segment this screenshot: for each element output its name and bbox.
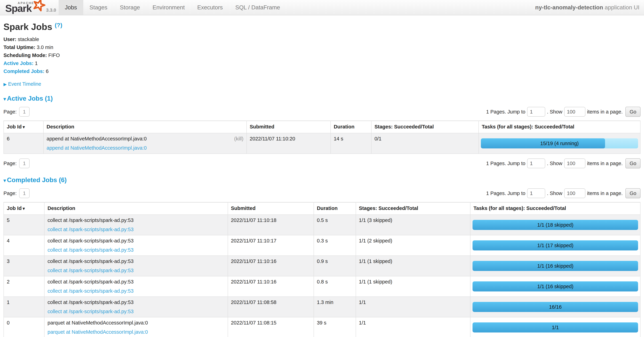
- job-detail-link[interactable]: parquet at NativeMethodAccessorImpl.java…: [48, 329, 224, 335]
- summary-active-jobs: Active Jobs: 1: [4, 60, 640, 66]
- jump-to-page-input[interactable]: [527, 188, 545, 198]
- page-number-input[interactable]: [19, 107, 30, 117]
- items-text: items in a page.: [587, 109, 623, 115]
- jump-to-page-input[interactable]: [527, 107, 545, 117]
- submitted-cell: 2022/11/07 11:08:58: [228, 297, 314, 317]
- tasks-progress-cell: 1/1 (16 skipped): [470, 256, 640, 276]
- duration-cell: 39 s: [314, 317, 356, 337]
- sort-desc-icon: ▾: [22, 206, 25, 211]
- progress-label: 15/19 (4 running): [481, 138, 638, 148]
- jump-to-page-input[interactable]: [527, 158, 545, 168]
- column-header-tasks[interactable]: Tasks (for all stages): Succeeded/Total: [478, 121, 640, 133]
- description-cell: parquet at NativeMethodAccessorImpl.java…: [44, 317, 228, 337]
- tasks-progress-bar: 1/1 (16 skipped): [472, 281, 638, 292]
- job-detail-link[interactable]: collect at /spark-scripts/spark-ad.py:53: [48, 309, 224, 315]
- tasks-progress-bar: 15/19 (4 running): [481, 138, 638, 148]
- duration-cell: 0.3 s: [314, 235, 356, 256]
- column-header-description[interactable]: Description: [44, 202, 228, 215]
- main-content: Spark Jobs (?) User: stackable Total Upt…: [0, 21, 644, 337]
- page-number-input[interactable]: [19, 188, 30, 198]
- event-timeline-toggle[interactable]: ▶Event Timeline: [4, 81, 640, 87]
- application-name: ny-tlc-anomaly-detection application UI: [535, 0, 644, 15]
- nav-tabs: Jobs Stages Storage Environment Executor…: [58, 0, 286, 15]
- job-detail-link[interactable]: collect at /spark-scripts/spark-ad.py:53: [48, 247, 224, 253]
- tasks-progress-cell: 1/1: [470, 317, 640, 337]
- submitted-cell: 2022/11/07 11:08:15: [228, 317, 314, 337]
- kill-link[interactable]: (kill): [234, 136, 243, 142]
- job-id-cell: 5: [4, 215, 44, 235]
- top-navbar: APACHE Spark 3.3.0 Jobs Stages Storage E…: [0, 0, 644, 15]
- stages-cell: 1/1 (3 skipped): [356, 215, 470, 235]
- tab-environment[interactable]: Environment: [146, 0, 191, 15]
- description-cell: collect at /spark-scripts/spark-ad.py:53…: [44, 297, 228, 317]
- go-button[interactable]: Go: [626, 158, 640, 168]
- tab-stages[interactable]: Stages: [83, 0, 114, 15]
- job-id-cell: 2: [4, 276, 44, 297]
- tasks-progress-cell: 15/19 (4 running): [478, 133, 640, 154]
- tasks-progress-bar: 16/16: [472, 302, 638, 312]
- collapsed-arrow-icon: ▶: [4, 82, 6, 86]
- job-id-cell: 6: [4, 133, 44, 154]
- progress-label: 1/1 (18 skipped): [472, 220, 638, 230]
- active-jobs-pager-bottom: Page: 1 Pages. Jump to . Show items in a…: [4, 158, 640, 168]
- help-link[interactable]: (?): [55, 22, 62, 28]
- column-header-duration[interactable]: Duration: [330, 121, 371, 133]
- items-text: items in a page.: [587, 161, 623, 166]
- progress-label: 1/1 (17 skipped): [472, 240, 638, 251]
- summary-completed-jobs: Completed Jobs: 6: [4, 68, 640, 74]
- completed-jobs-pager-top: Page: 1 Pages. Jump to . Show items in a…: [4, 188, 640, 198]
- column-header-duration[interactable]: Duration: [314, 202, 356, 215]
- tab-storage[interactable]: Storage: [114, 0, 146, 15]
- column-header-tasks[interactable]: Tasks (for all stages): Succeeded/Total: [470, 202, 640, 215]
- pages-count-text: 1 Pages. Jump to: [486, 161, 526, 166]
- job-summary: User: stackable Total Uptime: 3.0 min Sc…: [4, 36, 640, 74]
- tab-sql-dataframe[interactable]: SQL / DataFrame: [229, 0, 286, 15]
- summary-uptime: Total Uptime: 3.0 min: [4, 44, 640, 50]
- items-per-page-input[interactable]: [564, 107, 586, 117]
- job-detail-link[interactable]: collect at /spark-scripts/spark-ad.py:53: [48, 288, 224, 294]
- active-jobs-heading[interactable]: ▾Active Jobs (1): [4, 95, 640, 102]
- progress-label: 16/16: [472, 302, 638, 312]
- submitted-cell: 2022/11/07 11:10:18: [228, 215, 314, 235]
- completed-jobs-link[interactable]: Completed Jobs:: [4, 68, 44, 74]
- sort-desc-icon: ▾: [22, 125, 25, 129]
- active-jobs-table: Job Id▾ Description Submitted Duration S…: [4, 121, 640, 154]
- submitted-cell: 2022/11/07 11:10:16: [228, 256, 314, 276]
- column-header-stages[interactable]: Stages: Succeeded/Total: [371, 121, 478, 133]
- column-header-submitted[interactable]: Submitted: [246, 121, 330, 133]
- submitted-cell: 2022/11/07 11:10:16: [228, 276, 314, 297]
- items-per-page-input[interactable]: [564, 158, 586, 168]
- duration-cell: 0.8 s: [314, 276, 356, 297]
- tab-executors[interactable]: Executors: [191, 0, 229, 15]
- items-per-page-input[interactable]: [564, 188, 586, 198]
- duration-cell: 14 s: [330, 133, 371, 154]
- summary-user: User: stackable: [4, 36, 640, 42]
- show-text: . Show: [547, 191, 562, 196]
- expanded-arrow-icon: ▾: [4, 96, 6, 102]
- column-header-stages[interactable]: Stages: Succeeded/Total: [356, 202, 470, 215]
- tab-jobs[interactable]: Jobs: [58, 0, 83, 15]
- description-cell: collect at /spark-scripts/spark-ad.py:53…: [44, 276, 228, 297]
- go-button[interactable]: Go: [626, 188, 640, 198]
- table-row-job-2: 2 collect at /spark-scripts/spark-ad.py:…: [4, 276, 640, 297]
- completed-jobs-heading[interactable]: ▾Completed Jobs (6): [4, 176, 640, 184]
- spark-star-icon: [33, 0, 45, 13]
- active-jobs-link[interactable]: Active Jobs:: [4, 60, 34, 66]
- spark-version: 3.3.0: [46, 7, 56, 14]
- summary-scheduling-mode: Scheduling Mode: FIFO: [4, 52, 640, 58]
- description-cell: (kill)append at NativeMethodAccessorImpl…: [44, 133, 246, 154]
- column-header-job-id[interactable]: Job Id▾: [4, 121, 44, 133]
- go-button[interactable]: Go: [626, 107, 640, 117]
- tasks-progress-bar: 1/1: [472, 323, 638, 333]
- column-header-submitted[interactable]: Submitted: [228, 202, 314, 215]
- table-row-job-3: 3 collect at /spark-scripts/spark-ad.py:…: [4, 256, 640, 276]
- job-detail-link[interactable]: append at NativeMethodAccessorImpl.java:…: [46, 145, 244, 151]
- column-header-description[interactable]: Description: [44, 121, 246, 133]
- description-cell: collect at /spark-scripts/spark-ad.py:53…: [44, 256, 228, 276]
- job-detail-link[interactable]: collect at /spark-scripts/spark-ad.py:53: [48, 268, 224, 273]
- pages-count-text: 1 Pages. Jump to: [486, 109, 526, 115]
- job-detail-link[interactable]: collect at /spark-scripts/spark-ad.py:53: [48, 227, 224, 232]
- column-header-job-id[interactable]: Job Id▾: [4, 202, 44, 215]
- progress-label: 1/1 (16 skipped): [472, 261, 638, 271]
- page-number-input[interactable]: [19, 158, 30, 168]
